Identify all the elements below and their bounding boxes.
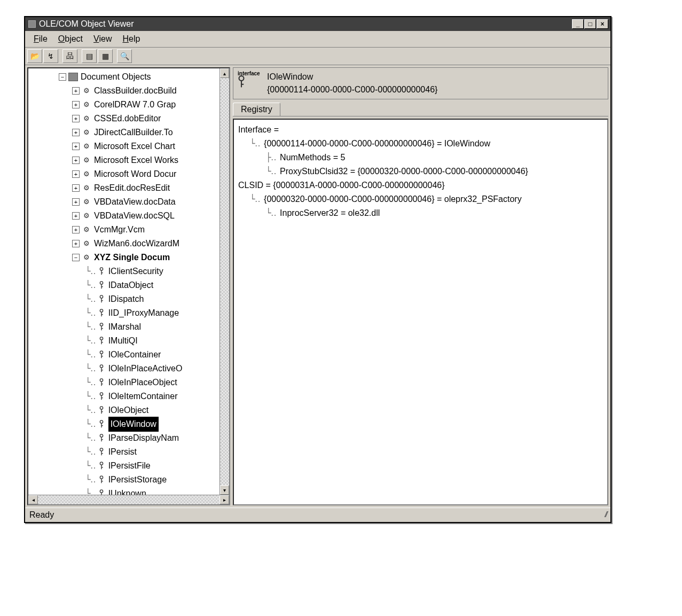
tree-interface[interactable]: └‥IDispatch <box>29 292 228 306</box>
tree-label: IPersist <box>108 445 137 459</box>
close-button[interactable]: × <box>597 19 608 29</box>
scroll-right-icon[interactable]: ▸ <box>220 495 229 504</box>
title-bar[interactable]: OLE/COM Object Viewer _ □ × <box>25 17 610 31</box>
tree-node-document-objects[interactable]: −Document Objects <box>29 70 228 84</box>
maximize-button[interactable]: □ <box>584 19 596 29</box>
tab-registry[interactable]: Registry <box>233 103 280 116</box>
component-icon <box>82 100 91 109</box>
menu-help[interactable]: Help <box>117 33 145 45</box>
tree-interface[interactable]: └‥IPersist <box>29 445 228 459</box>
tree-label: ResEdit.docResEdit <box>94 181 170 195</box>
scroll-up-icon[interactable]: ▴ <box>220 68 229 78</box>
tree-node[interactable]: +JDirectCallBuilder.To <box>29 126 228 139</box>
tree-interface[interactable]: └‥IOleInPlaceActiveO <box>29 362 228 376</box>
component-icon <box>82 239 91 248</box>
expand-icon[interactable]: + <box>72 143 80 150</box>
expand-icon[interactable]: + <box>72 170 80 178</box>
expand-icon[interactable]: + <box>72 212 80 220</box>
tree-label: IID_IProxyManage <box>108 306 179 320</box>
key-icon <box>97 364 106 373</box>
registry-line: └‥ {00000114-0000-0000-C000-000000000046… <box>238 137 603 151</box>
menu-view[interactable]: View <box>88 33 117 45</box>
tree-interface[interactable]: └‥IOleContainer <box>29 348 228 362</box>
tree-node[interactable]: +Microsoft Excel Chart <box>29 139 228 153</box>
tree-node[interactable]: +VBDataView.docData <box>29 195 228 209</box>
tree-branch-icon: └‥ <box>85 431 96 445</box>
tree-interface[interactable]: └‥IOleItemContainer <box>29 389 228 403</box>
svg-point-18 <box>100 351 103 354</box>
expand-icon[interactable]: + <box>72 115 80 122</box>
component-icon <box>82 114 91 123</box>
tree-interface[interactable]: └‥IMarshal <box>29 320 228 334</box>
tree-icon[interactable]: 品 <box>62 49 77 63</box>
expand-icon[interactable]: + <box>72 198 80 206</box>
tree-vertical-scrollbar[interactable]: ▴ ▾ <box>220 68 229 495</box>
minimize-button[interactable]: _ <box>572 19 584 29</box>
tree-branch-icon: └‥ <box>85 320 96 334</box>
registry-line: └‥ {00000320-0000-0000-C000-000000000046… <box>238 192 603 206</box>
tree-branch-icon: └‥ <box>85 473 96 487</box>
svg-point-51 <box>239 76 244 81</box>
registry-content: Interface =└‥ {00000114-0000-0000-C000-0… <box>233 119 608 505</box>
scroll-down-icon[interactable]: ▾ <box>220 485 229 495</box>
find-icon[interactable]: 🔍 <box>117 49 132 63</box>
menu-object[interactable]: Object <box>53 33 88 45</box>
expand-icon[interactable]: − <box>72 254 80 261</box>
tree-label: IMultiQI <box>108 334 138 348</box>
scroll-left-icon[interactable]: ◂ <box>28 495 38 504</box>
svg-point-3 <box>100 282 103 284</box>
key-icon <box>238 77 245 87</box>
tree-branch-icon: └‥ <box>85 445 96 459</box>
tree-branch-icon: └‥ <box>85 362 96 376</box>
tree-node[interactable]: +VcmMgr.Vcm <box>29 223 228 237</box>
expand-icon[interactable]: + <box>72 184 80 192</box>
tree-interface[interactable]: └‥IMultiQI <box>29 334 228 348</box>
tree-node[interactable]: +ClassBuilder.docBuild <box>29 84 228 98</box>
tree-node[interactable]: +VBDataView.docSQL <box>29 209 228 223</box>
svg-point-30 <box>100 407 103 409</box>
expand-icon[interactable]: + <box>72 87 80 95</box>
resize-grip-icon[interactable]: /// <box>605 510 606 520</box>
tree-node[interactable]: −XYZ Single Docum <box>29 251 228 264</box>
tree-node[interactable]: +CSSEd.dobEditor <box>29 112 228 126</box>
tree-node[interactable]: +Microsoft Word Docur <box>29 167 228 181</box>
list1-icon[interactable]: ▤ <box>82 49 97 63</box>
tree-label: VBDataView.docData <box>94 195 176 209</box>
key-icon <box>97 434 106 442</box>
tree-interface[interactable]: └‥IOleObject <box>29 403 228 417</box>
component-icon <box>82 198 91 206</box>
bind-icon[interactable]: ↯ <box>43 49 58 63</box>
expand-icon[interactable]: + <box>72 129 80 136</box>
tree-interface[interactable]: └‥IClientSecurity <box>29 264 228 278</box>
collapse-icon[interactable]: − <box>59 73 66 81</box>
open-icon[interactable]: 📂 <box>27 49 42 63</box>
component-icon <box>82 87 91 95</box>
tree-node[interactable]: +Microsoft Excel Works <box>29 153 228 167</box>
tree-node[interactable]: +ResEdit.docResEdit <box>29 181 228 195</box>
tree-branch-icon: └‥ <box>85 348 96 362</box>
menu-file[interactable]: File <box>28 33 53 45</box>
svg-point-42 <box>100 462 103 465</box>
expand-icon[interactable]: + <box>72 226 80 233</box>
tree-interface[interactable]: └‥IOleWindow <box>29 417 228 431</box>
tree-branch-icon: └‥ <box>85 306 96 320</box>
expand-icon[interactable]: + <box>72 157 80 164</box>
content-area: −Document Objects+ClassBuilder.docBuild+… <box>25 65 610 508</box>
tree-interface[interactable]: └‥IPersistFile <box>29 459 228 473</box>
tree-label: WizMan6.docWizardM <box>94 237 179 251</box>
list2-icon[interactable]: ▦ <box>98 49 113 63</box>
tree-node[interactable]: +CorelDRAW 7.0 Grap <box>29 98 228 112</box>
tree-node[interactable]: +WizMan6.docWizardM <box>29 237 228 251</box>
tree-label: IDispatch <box>108 292 144 306</box>
tree-interface[interactable]: └‥IID_IProxyManage <box>29 306 228 320</box>
component-icon <box>82 128 91 137</box>
key-icon <box>97 309 106 317</box>
tree-interface[interactable]: └‥IParseDisplayNam <box>29 431 228 445</box>
expand-icon[interactable]: + <box>72 101 80 108</box>
tree-interface[interactable]: └‥IDataObject <box>29 278 228 292</box>
tree-horizontal-scrollbar[interactable]: ◂ ▸ <box>28 495 229 504</box>
expand-icon[interactable]: + <box>72 240 80 247</box>
svg-point-15 <box>100 337 103 340</box>
tree-interface[interactable]: └‥IPersistStorage <box>29 473 228 487</box>
tree-interface[interactable]: └‥IOleInPlaceObject <box>29 376 228 389</box>
